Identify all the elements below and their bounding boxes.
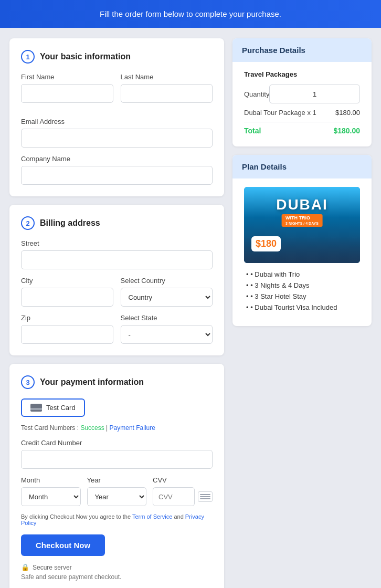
feature-2: • 3 Nights & 4 Days	[244, 281, 360, 289]
plan-image: DUBAI WITH TRIO 3 NIGHTS / 4 DAYS $180	[244, 187, 360, 263]
card-icon	[30, 404, 42, 412]
month-select[interactable]: Month 010203 040506 070809 101112	[21, 487, 81, 506]
state-select[interactable]: -	[121, 325, 213, 344]
total-price: $180.00	[333, 127, 360, 135]
section1-number: 1	[21, 50, 35, 64]
quantity-label: Quantity	[244, 90, 269, 98]
checkout-button[interactable]: Checkout Now	[21, 534, 105, 556]
last-name-input[interactable]	[121, 84, 213, 103]
section3-title: Your payment information	[40, 377, 144, 387]
success-link[interactable]: Success	[80, 424, 104, 432]
city-input[interactable]	[21, 288, 113, 307]
lock-icon: 🔒	[21, 563, 29, 571]
test-card-button[interactable]: Test Card	[21, 398, 85, 417]
feature-1: • Dubai with Trio	[244, 270, 360, 278]
company-input[interactable]	[21, 166, 213, 185]
street-input[interactable]	[21, 250, 213, 269]
plan-features: • Dubai with Trio • 3 Nights & 4 Days • …	[244, 270, 360, 311]
first-name-label: First Name	[21, 73, 113, 81]
card-button-label: Test Card	[46, 404, 76, 412]
year-label: Year	[87, 476, 147, 484]
total-row: Total $180.00	[244, 127, 360, 135]
cvv-input[interactable]	[153, 487, 195, 506]
company-label: Company Name	[21, 155, 213, 163]
first-name-input[interactable]	[21, 84, 113, 103]
cc-number-input[interactable]	[21, 450, 213, 469]
expiry-cvv-row: Month Month 010203 040506 070809 101112 …	[21, 476, 213, 506]
safe-text: Safe and secure payment checkout.	[21, 573, 213, 581]
purchase-divider	[244, 122, 360, 122]
plan-details-card: Plan Details DUBAI WITH TRIO 3 NIGHTS / …	[232, 155, 372, 326]
section2-number: 2	[21, 216, 35, 230]
dubai-title-text: DUBAI	[276, 196, 328, 213]
basic-info-card: 1 Your basic information First Name Last…	[9, 38, 224, 196]
secure-server: 🔒 Secure server	[21, 563, 213, 571]
dubai-subtitle-text: WITH TRIO 3 NIGHTS / 4 DAYS	[281, 214, 323, 227]
feature-3: • 3 Star Hotel Stay	[244, 292, 360, 300]
top-banner: Fill the order form below to complete yo…	[0, 0, 381, 28]
email-label: Email Address	[21, 118, 213, 125]
test-card-numbers: Test Card Numbers : Success | Payment Fa…	[21, 424, 213, 432]
dubai-price-badge: $180	[251, 236, 281, 251]
banner-text: Fill the order form below to complete yo…	[100, 9, 281, 18]
quantity-row: Quantity	[244, 85, 360, 103]
total-label: Total	[244, 127, 261, 135]
select-country-label: Select Country	[121, 277, 213, 285]
cvv-card-icon	[198, 491, 213, 502]
email-input[interactable]	[21, 129, 213, 148]
feature-4: • Dubai Tourist Visa Included	[244, 303, 360, 311]
left-column: 1 Your basic information First Name Last…	[9, 38, 224, 588]
terms-text: By clicking Checkout Now you agree to th…	[21, 513, 213, 526]
secure-label: Secure server	[33, 564, 72, 571]
cvv-label: CVV	[153, 476, 213, 484]
month-label: Month	[21, 476, 81, 484]
item-label: Dubai Tour Package x 1	[244, 109, 316, 117]
item-row: Dubai Tour Package x 1 $180.00	[244, 109, 360, 117]
cc-number-label: Credit Card Number	[21, 439, 213, 447]
year-select[interactable]: Year 202420252026 202720282029	[87, 487, 147, 506]
section2-title: Billing address	[40, 218, 100, 228]
item-price: $180.00	[335, 109, 360, 117]
country-select[interactable]: Country	[121, 288, 213, 307]
quantity-input[interactable]	[269, 85, 360, 103]
section1-title: Your basic information	[40, 52, 131, 61]
terms-of-service-link[interactable]: Term of Service	[132, 513, 172, 520]
purchase-details-header: Purchase Details	[232, 38, 372, 62]
right-column: Purchase Details Travel Packages Quantit…	[232, 38, 372, 326]
plan-details-header: Plan Details	[232, 155, 372, 178]
section3-header: 3 Your payment information	[21, 375, 213, 389]
plan-image-inner: DUBAI WITH TRIO 3 NIGHTS / 4 DAYS $180	[244, 187, 360, 263]
city-label: City	[21, 277, 113, 285]
section3-number: 3	[21, 375, 35, 389]
zip-label: Zip	[21, 314, 113, 322]
section1-header: 1 Your basic information	[21, 50, 213, 64]
zip-input[interactable]	[21, 325, 113, 344]
failure-link[interactable]: Payment Failure	[110, 424, 155, 432]
payment-info-card: 3 Your payment information Test Card Tes…	[9, 364, 224, 588]
street-label: Street	[21, 239, 213, 247]
cvv-wrapper	[153, 487, 213, 506]
select-state-label: Select State	[121, 314, 213, 322]
travel-packages-header: Travel Packages	[244, 70, 360, 78]
dubai-price-text: $180	[256, 238, 277, 249]
billing-address-card: 2 Billing address Street City Select Cou…	[9, 205, 224, 355]
section2-header: 2 Billing address	[21, 216, 213, 230]
last-name-label: Last Name	[121, 73, 213, 81]
purchase-details-card: Purchase Details Travel Packages Quantit…	[232, 38, 372, 146]
